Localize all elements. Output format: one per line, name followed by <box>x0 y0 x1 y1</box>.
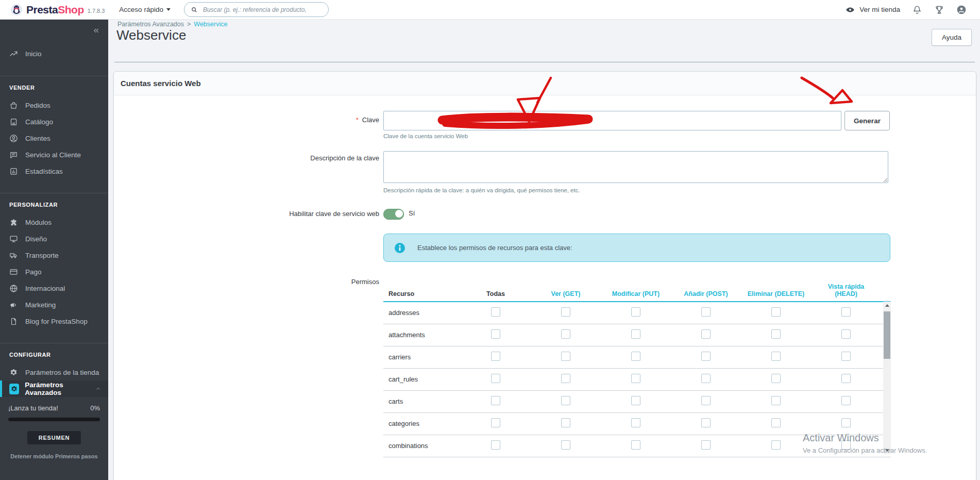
column-header-recurso: Recurso <box>383 290 461 297</box>
sidebar-section-title: CONFIGURAR <box>0 343 108 364</box>
generate-button[interactable]: Generar <box>844 111 890 130</box>
permission-checkbox[interactable] <box>701 440 711 450</box>
sidebar-item-clientes[interactable]: Clientes <box>0 130 108 146</box>
permission-checkbox[interactable] <box>491 352 500 361</box>
table-row-cart-rules: cart_rules <box>383 369 891 391</box>
resource-name: carts <box>383 398 461 405</box>
permission-checkbox[interactable] <box>491 418 500 427</box>
column-header-eliminar-delete[interactable]: Eliminar (DELETE) <box>741 290 811 297</box>
permission-checkbox[interactable] <box>631 352 640 361</box>
launch-progress-bar <box>8 418 100 421</box>
sidebar-item-catalogo[interactable]: Catálogo <box>0 113 108 130</box>
permission-checkbox[interactable] <box>701 352 711 361</box>
permission-checkbox[interactable] <box>841 418 851 427</box>
scroll-down-button[interactable] <box>883 446 891 454</box>
enable-key-toggle[interactable] <box>383 209 404 220</box>
sidebar-item-label: Diseño <box>25 235 47 243</box>
column-header-vista-rapida-head[interactable]: Vista rápida (HEAD) <box>811 283 881 298</box>
sidebar-item-blog-for-prestashop[interactable]: Blog for PrestaShop <box>0 313 108 329</box>
search-input[interactable] <box>202 6 322 14</box>
quick-access-dropdown[interactable]: Acceso rápido <box>119 6 171 13</box>
sidebar-item-label: Catálogo <box>25 118 53 126</box>
column-header-anadir-post[interactable]: Añadir (POST) <box>671 290 741 297</box>
permission-checkbox[interactable] <box>701 396 711 405</box>
scrollbar-thumb[interactable] <box>884 311 890 359</box>
sidebar-item-servicio-al-cliente[interactable]: Servicio al Cliente <box>0 146 108 163</box>
trophy-icon[interactable] <box>934 5 944 15</box>
sidebar-item-label: Clientes <box>25 135 50 142</box>
sidebar-section-title: PERSONALIZAR <box>0 193 108 214</box>
permission-checkbox[interactable] <box>631 440 640 450</box>
resume-button[interactable]: RESUMEN <box>27 431 81 444</box>
page-icon <box>9 317 18 326</box>
key-input[interactable] <box>383 111 841 130</box>
search-bar[interactable] <box>184 2 329 17</box>
permission-checkbox[interactable] <box>771 352 781 361</box>
sidebar-item-pedidos[interactable]: Pedidos <box>0 97 108 113</box>
permission-checkbox[interactable] <box>491 396 500 405</box>
sidebar-item-parametros-avanzados[interactable]: Parámetros Avanzados <box>0 380 108 397</box>
notifications-bell-icon[interactable] <box>912 5 922 15</box>
launch-store-widget: ¡Lanza tu tienda! 0% RESUMEN Detener mód… <box>0 397 108 459</box>
sidebar-item-diseno[interactable]: Diseño <box>0 230 108 247</box>
permission-checkbox[interactable] <box>491 374 500 383</box>
permission-checkbox[interactable] <box>771 396 781 405</box>
toggle-value-label: Sí <box>409 209 415 217</box>
description-label: Descripción de la clave <box>114 154 379 162</box>
permission-checkbox[interactable] <box>701 418 711 427</box>
column-header-todas: Todas <box>461 290 531 297</box>
permission-checkbox[interactable] <box>491 329 500 339</box>
sidebar-item-pago[interactable]: Pago <box>0 263 108 280</box>
help-button[interactable]: Ayuda <box>932 29 972 46</box>
column-header-ver-get[interactable]: Ver (GET) <box>531 290 601 297</box>
permission-checkbox[interactable] <box>701 329 711 339</box>
permission-checkbox[interactable] <box>771 374 781 383</box>
table-scrollbar[interactable] <box>883 302 891 454</box>
permission-checkbox[interactable] <box>841 374 851 383</box>
permission-checkbox[interactable] <box>631 329 640 339</box>
permission-checkbox[interactable] <box>771 418 781 427</box>
page-title: Webservice <box>116 27 186 43</box>
view-shop-link[interactable]: Ver mi tienda <box>845 5 900 15</box>
puzzle-icon <box>9 218 18 227</box>
permission-checkbox[interactable] <box>631 374 640 383</box>
breadcrumb-parent[interactable]: Parámetros Avanzados <box>117 21 184 28</box>
permission-checkbox[interactable] <box>561 307 570 317</box>
sidebar-item-estadisticas[interactable]: Estadísticas <box>0 163 108 179</box>
permission-checkbox[interactable] <box>841 352 851 361</box>
sidebar-item-transporte[interactable]: Transporte <box>0 247 108 263</box>
permission-checkbox[interactable] <box>561 352 570 361</box>
permission-checkbox[interactable] <box>771 440 781 450</box>
permission-checkbox[interactable] <box>561 374 570 383</box>
permission-checkbox[interactable] <box>771 329 781 339</box>
stop-onboarding-link[interactable]: Detener módulo Primeros pasos <box>8 453 100 459</box>
permission-checkbox[interactable] <box>561 329 570 339</box>
sidebar-item-internacional[interactable]: Internacional <box>0 280 108 296</box>
permission-checkbox[interactable] <box>491 307 500 317</box>
permission-checkbox[interactable] <box>561 440 570 450</box>
permission-checkbox[interactable] <box>561 396 570 405</box>
permission-checkbox[interactable] <box>771 307 781 317</box>
description-textarea[interactable] <box>383 151 888 183</box>
sidebar: « InicioVENDERPedidosCatálogoClientesSer… <box>0 19 108 480</box>
permission-checkbox[interactable] <box>701 307 711 317</box>
permission-checkbox[interactable] <box>701 374 711 383</box>
permission-checkbox[interactable] <box>841 329 851 339</box>
sidebar-item-marketing[interactable]: Marketing <box>0 296 108 313</box>
permission-checkbox[interactable] <box>631 418 640 427</box>
permission-checkbox[interactable] <box>561 418 570 427</box>
column-header-modificar-put[interactable]: Modificar (PUT) <box>601 290 671 297</box>
permission-checkbox[interactable] <box>841 307 851 317</box>
permission-checkbox[interactable] <box>841 440 851 450</box>
scroll-up-button[interactable] <box>883 302 891 309</box>
sidebar-item-inicio[interactable]: Inicio <box>0 45 108 62</box>
permission-checkbox[interactable] <box>491 440 500 450</box>
sidebar-item-parametros-de-la-tienda[interactable]: Parámetros de la tienda <box>0 364 108 380</box>
permission-checkbox[interactable] <box>841 396 851 405</box>
user-avatar-icon[interactable] <box>956 5 967 15</box>
permission-checkbox[interactable] <box>631 396 640 405</box>
sidebar-item-label: Módulos <box>25 219 52 226</box>
permission-checkbox[interactable] <box>631 307 640 317</box>
sidebar-collapse-button[interactable]: « <box>0 19 108 40</box>
sidebar-item-modulos[interactable]: Módulos <box>0 214 108 230</box>
